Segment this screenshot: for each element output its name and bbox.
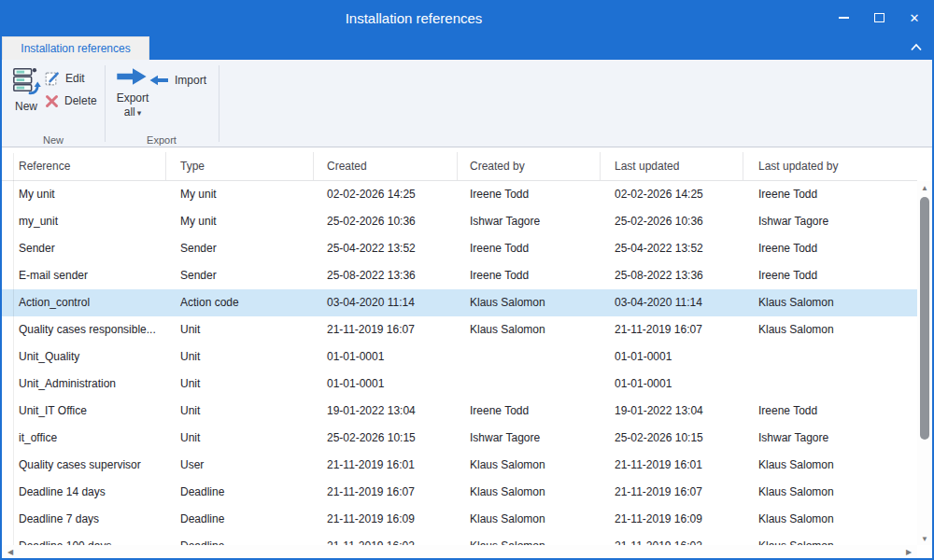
table-cell: My unit [166, 208, 314, 235]
export-all-label-line2: all▾ [124, 105, 142, 120]
table-cell: Deadline 100 days [2, 533, 166, 545]
new-button-label: New [15, 100, 37, 113]
table-row[interactable]: SenderSender25-04-2022 13:52Ireene Todd2… [2, 235, 917, 262]
chevron-up-icon [910, 42, 923, 53]
table-cell: Ireene Todd [458, 262, 601, 289]
horizontal-scrollbar[interactable]: ◀ ▶ [2, 545, 917, 558]
table-row[interactable]: Unit_QualityUnit01-01-000101-01-0001 [2, 343, 917, 371]
tab-installation-references[interactable]: Installation references [2, 36, 149, 60]
vertical-scrollbar[interactable]: ▲ ▼ [917, 181, 932, 545]
table-cell: 19-01-2022 13:04 [314, 398, 458, 425]
table-cell: Klaus Salomon [458, 452, 601, 479]
table-cell: 25-02-2026 10:15 [314, 425, 458, 452]
collapse-ribbon-button[interactable] [908, 39, 925, 56]
table-row[interactable]: Deadline 14 daysDeadline21-11-2019 16:07… [2, 479, 917, 506]
table-cell: Ishwar Tagore [458, 208, 601, 235]
import-button[interactable]: Import [149, 71, 206, 90]
table-cell: Unit [166, 316, 314, 343]
table-cell: Deadline 14 days [2, 479, 166, 506]
table-cell: Klaus Salomon [743, 452, 917, 479]
table-cell: Klaus Salomon [743, 289, 917, 316]
table-cell: 21-11-2019 16:02 [314, 533, 458, 545]
table-row[interactable]: Unit_AdministrationUnit01-01-000101-01-0… [2, 371, 917, 398]
ribbon-group-label-new: New [2, 134, 105, 146]
dropdown-arrow-icon: ▾ [137, 108, 142, 118]
table-cell: 21-11-2019 16:07 [314, 479, 458, 506]
table-cell: Klaus Salomon [743, 533, 917, 545]
app-window: Installation references ✕ Installation r… [0, 0, 934, 560]
new-record-icon [11, 65, 41, 97]
vertical-scrollbar-thumb[interactable] [920, 197, 929, 440]
column-header-last-updated[interactable]: Last updated [601, 152, 743, 180]
table-cell: Klaus Salomon [743, 479, 917, 506]
table-cell: 25-04-2022 13:52 [314, 235, 458, 262]
table-cell: Sender [2, 235, 166, 262]
table-row[interactable]: Unit_IT OfficeUnit19-01-2022 13:04Ireene… [2, 398, 917, 425]
table-cell: 25-02-2026 10:15 [601, 425, 743, 452]
table-cell: Klaus Salomon [743, 316, 917, 343]
table-cell: Unit_Administration [2, 371, 166, 398]
table-cell: Ireene Todd [458, 181, 601, 208]
delete-button-label: Delete [64, 94, 97, 107]
table-row[interactable]: My unitMy unit02-02-2026 14:25Ireene Tod… [2, 181, 917, 208]
window-controls: ✕ [826, 2, 932, 34]
table-cell: Deadline 7 days [2, 506, 166, 533]
maximize-button[interactable] [861, 2, 897, 34]
table-cell: Ireene Todd [743, 262, 917, 289]
table-cell: 25-02-2026 10:36 [314, 208, 458, 235]
table-cell: Unit_IT Office [2, 398, 166, 425]
scroll-right-icon[interactable]: ▶ [902, 545, 915, 558]
table-cell: 01-01-0001 [314, 371, 458, 398]
tab-strip: Installation references [2, 34, 932, 60]
delete-button[interactable]: Delete [45, 91, 97, 110]
export-all-label-line1: Export [117, 91, 149, 105]
table-cell: 21-11-2019 16:07 [601, 479, 743, 506]
export-arrow-icon [116, 65, 149, 88]
scroll-down-icon[interactable]: ▼ [917, 532, 932, 545]
column-header-last-updated-by[interactable]: Last updated by [743, 152, 917, 180]
table-cell: Action_control [2, 289, 166, 316]
table-cell: Deadline [166, 533, 314, 545]
column-header-created-by[interactable]: Created by [458, 152, 601, 180]
table-cell: Unit_Quality [2, 343, 166, 371]
table-row[interactable]: Quality cases responsible...Unit21-11-20… [2, 316, 917, 343]
close-button[interactable]: ✕ [897, 2, 932, 34]
table-row[interactable]: Quality cases supervisorUser21-11-2019 1… [2, 452, 917, 479]
table-row[interactable]: my_unitMy unit25-02-2026 10:36Ishwar Tag… [2, 208, 917, 235]
table-cell: 19-01-2022 13:04 [601, 398, 743, 425]
table-cell: Ireene Todd [458, 235, 601, 262]
export-all-button[interactable]: Export all▾ [110, 65, 155, 120]
table-cell: 21-11-2019 16:07 [601, 316, 743, 343]
table-cell: My unit [166, 181, 314, 208]
table-cell: 21-11-2019 16:09 [314, 506, 458, 533]
table-cell: Ireene Todd [458, 398, 601, 425]
table-row[interactable]: Action_controlAction code03-04-2020 11:1… [2, 289, 917, 316]
scroll-up-icon[interactable]: ▲ [917, 181, 932, 194]
table-cell: Klaus Salomon [458, 533, 601, 545]
table-cell: My unit [2, 181, 166, 208]
table-cell: Sender [166, 235, 314, 262]
table-row[interactable]: E-mail senderSender25-08-2022 13:36Ireen… [2, 262, 917, 289]
table-cell: E-mail sender [2, 262, 166, 289]
ribbon-group-separator [219, 65, 219, 142]
column-header-type[interactable]: Type [166, 152, 314, 180]
table-cell: Klaus Salomon [743, 506, 917, 533]
edit-button[interactable]: Edit [45, 69, 85, 88]
scroll-left-icon[interactable]: ◀ [4, 545, 17, 558]
table-cell: my_unit [2, 208, 166, 235]
table-row[interactable]: Deadline 7 daysDeadline21-11-2019 16:09K… [2, 506, 917, 533]
table-row[interactable]: Deadline 100 daysDeadline21-11-2019 16:0… [2, 533, 917, 545]
table-cell: it_office [2, 425, 166, 452]
grid-gutter-line [13, 153, 14, 545]
close-icon: ✕ [910, 11, 920, 25]
table-row[interactable]: it_officeUnit25-02-2026 10:15Ishwar Tago… [2, 425, 917, 452]
table-cell: Klaus Salomon [458, 479, 601, 506]
table-cell: 01-01-0001 [601, 343, 743, 371]
minimize-button[interactable] [826, 2, 861, 34]
table-cell: 02-02-2026 14:25 [601, 181, 743, 208]
table-cell: Quality cases responsible... [2, 316, 166, 343]
new-button[interactable]: New [6, 65, 47, 113]
column-header-created[interactable]: Created [314, 152, 458, 180]
column-header-reference[interactable]: Reference [2, 152, 166, 180]
table-cell: Sender [166, 262, 314, 289]
